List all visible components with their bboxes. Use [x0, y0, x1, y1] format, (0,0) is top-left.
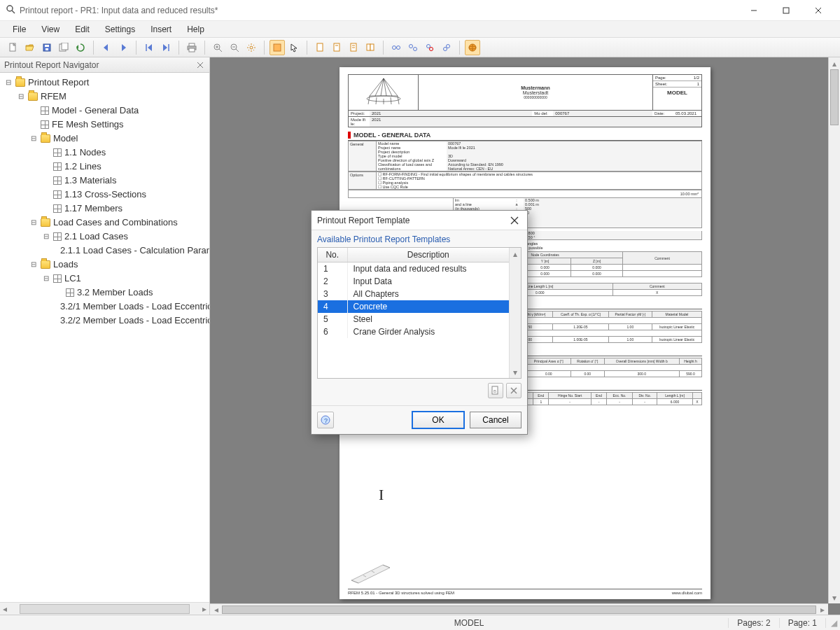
zoom-in-icon[interactable] — [210, 40, 225, 55]
link3-icon[interactable] — [422, 40, 438, 55]
minimize-button[interactable] — [738, 0, 770, 21]
help-icon[interactable]: ? — [317, 412, 334, 428]
svg-rect-9 — [46, 48, 48, 50]
cancel-button[interactable]: Cancel — [470, 412, 522, 428]
tree-model[interactable]: Model — [53, 132, 78, 146]
prev-icon[interactable] — [99, 40, 114, 55]
expander-icon[interactable]: ⊟ — [42, 232, 50, 241]
template-row[interactable]: 5Steel — [318, 313, 509, 326]
template-row[interactable]: 1Input data and reduced results — [318, 262, 509, 276]
svg-marker-18 — [163, 44, 167, 51]
resize-grip-icon[interactable]: ◢ — [826, 618, 840, 628]
menu-insert[interactable]: Insert — [144, 23, 178, 36]
preview-hscrollbar[interactable]: ◂▸ — [210, 603, 828, 615]
status-pages: Pages: 2 — [729, 618, 779, 628]
dialog-list-scrollbar[interactable]: ▴▾ — [509, 248, 521, 378]
save-template-icon[interactable]: B — [488, 383, 503, 398]
template-row[interactable]: 6Crane Girder Analysis — [318, 326, 509, 338]
toolbar-separator — [136, 41, 136, 55]
maximize-button[interactable] — [770, 0, 802, 21]
footer-left: RFEM 5.25.01 - General 3D structures sol… — [348, 591, 454, 595]
svg-line-34 — [248, 45, 249, 46]
folder-icon — [15, 78, 25, 87]
link4-icon[interactable] — [439, 40, 454, 55]
expander-icon[interactable]: ⊟ — [4, 78, 13, 87]
tree-lcc[interactable]: Load Cases and Combinations — [53, 216, 178, 230]
tree-item[interactable]: 1.17 Members — [64, 202, 122, 216]
save-icon[interactable] — [39, 40, 55, 55]
template-row[interactable]: 3All Chapters — [318, 288, 509, 300]
navigator-hscrollbar[interactable]: ◂▸ — [0, 602, 209, 615]
tree-item[interactable]: 1.1 Nodes — [64, 146, 106, 160]
settings-icon[interactable] — [244, 40, 259, 55]
close-button[interactable] — [802, 0, 834, 21]
svg-rect-19 — [189, 43, 195, 46]
tree-root[interactable]: Printout Report — [28, 76, 89, 90]
preview-vscrollbar[interactable]: ▴ ▾ — [828, 57, 840, 603]
print-icon[interactable] — [184, 40, 200, 55]
tree-loads[interactable]: Loads — [53, 258, 78, 272]
text-cursor-icon: I — [379, 486, 384, 504]
svg-rect-46 — [367, 44, 370, 50]
first-page-icon[interactable] — [141, 40, 157, 55]
menu-settings[interactable]: Settings — [98, 23, 142, 36]
tree-item[interactable]: 2.1.1 Load Cases - Calculation Parameter… — [60, 244, 209, 258]
table-icon — [41, 106, 49, 115]
expander-icon[interactable]: ⊟ — [29, 134, 38, 143]
template-row[interactable]: 4Concrete — [318, 300, 509, 313]
tree-item[interactable]: 3.2 Member Loads — [77, 286, 153, 300]
menu-help[interactable]: Help — [180, 23, 211, 36]
globe-icon[interactable] — [465, 40, 480, 55]
expander-icon[interactable]: ⊟ — [42, 274, 50, 283]
tree-item[interactable]: Model - General Data — [52, 104, 139, 118]
tree-item[interactable]: 1.13 Cross-Sections — [64, 188, 146, 202]
navigator-close-icon[interactable] — [195, 60, 205, 70]
tree-rfem[interactable]: RFEM — [41, 90, 66, 104]
last-page-icon[interactable] — [158, 40, 174, 55]
tree-item[interactable]: FE Mesh Settings — [52, 118, 124, 132]
table-icon — [41, 120, 49, 129]
next-icon[interactable] — [115, 40, 131, 55]
link2-icon[interactable] — [405, 40, 421, 55]
pointer-icon[interactable] — [286, 40, 302, 55]
toolbar-separator — [307, 41, 307, 55]
select-tool-icon[interactable] — [270, 40, 285, 55]
menu-view[interactable]: View — [34, 23, 66, 36]
ok-button[interactable]: OK — [412, 412, 464, 428]
menu-edit[interactable]: Edit — [68, 23, 97, 36]
table-icon — [53, 204, 62, 213]
folder-icon — [41, 134, 50, 143]
menu-file[interactable]: File — [6, 23, 33, 36]
expander-icon[interactable]: ⊟ — [29, 260, 38, 269]
tree-item[interactable]: 1.3 Materials — [64, 174, 116, 188]
folder-icon — [41, 260, 50, 269]
expander-icon[interactable]: ⊟ — [29, 218, 38, 227]
link1-icon[interactable] — [388, 40, 404, 55]
template-icon[interactable] — [56, 40, 71, 55]
svg-point-51 — [414, 47, 417, 50]
zoom-out-icon[interactable] — [227, 40, 242, 55]
svg-rect-47 — [370, 44, 374, 50]
tree-item[interactable]: 3.2/1 Member Loads - Load Eccentricities — [60, 300, 209, 314]
dialog-section-label: Available Printout Report Templates — [317, 234, 522, 244]
template-list[interactable]: No.Description 1Input data and reduced r… — [317, 247, 522, 379]
doc1-icon[interactable] — [312, 40, 328, 55]
dialog-close-icon[interactable] — [507, 214, 522, 227]
template-row[interactable]: 2Input Data — [318, 275, 509, 288]
menubar: File View Edit Settings Insert Help — [0, 21, 840, 38]
delete-template-icon[interactable] — [506, 383, 522, 398]
open-icon[interactable] — [22, 40, 38, 55]
navigator-tree[interactable]: ⊟Printout Report ⊟RFEM Model - General D… — [0, 73, 209, 602]
refresh-icon[interactable] — [73, 40, 88, 55]
expander-icon[interactable]: ⊟ — [17, 92, 25, 101]
svg-rect-38 — [274, 44, 281, 51]
svg-marker-67 — [351, 565, 390, 583]
tree-item[interactable]: 3.2/2 Member Loads - Load Eccentricities — [60, 314, 209, 328]
tree-item[interactable]: LC1 — [64, 272, 81, 286]
tree-item[interactable]: 1.2 Lines — [64, 160, 102, 174]
doc4-icon[interactable] — [363, 40, 378, 55]
tree-item[interactable]: 2.1 Load Cases — [64, 230, 128, 244]
doc2-icon[interactable] — [329, 40, 344, 55]
doc3-icon[interactable] — [346, 40, 361, 55]
new-icon[interactable] — [6, 40, 21, 55]
